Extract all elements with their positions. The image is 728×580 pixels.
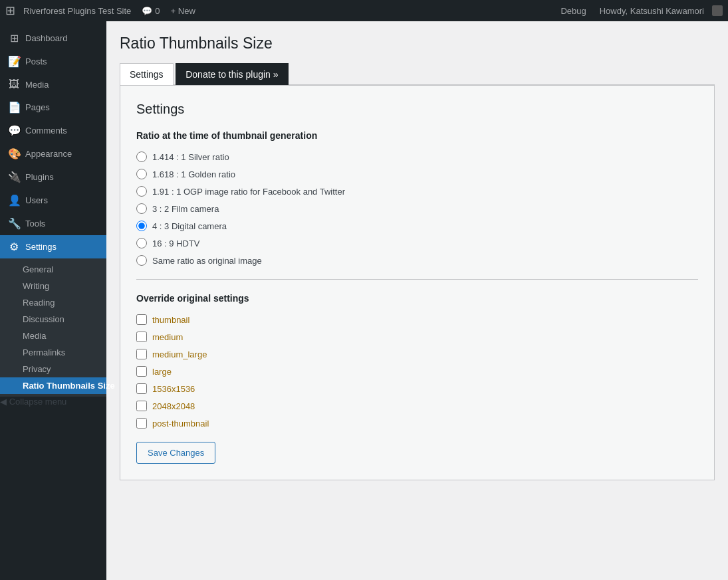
ratio-ogp-radio[interactable]	[136, 186, 147, 197]
override-medium-large-checkbox[interactable]	[136, 349, 147, 359]
settings-heading: Settings	[136, 102, 698, 117]
menu-arrow-icon	[102, 243, 106, 251]
media-icon: 🖼	[8, 78, 20, 90]
tab-settings[interactable]: Settings	[120, 63, 174, 85]
override-thumbnail-option[interactable]: thumbnail	[136, 314, 698, 325]
sidebar-item-users[interactable]: 👤Users	[0, 189, 106, 212]
save-changes-button[interactable]: Save Changes	[136, 442, 215, 464]
override-post-thumbnail-checkbox[interactable]	[136, 418, 147, 429]
sidebar-item-posts[interactable]: 📝Posts	[0, 50, 106, 73]
override-1536-checkbox[interactable]	[136, 383, 147, 394]
sidebar-item-pages[interactable]: 📄Pages	[0, 96, 106, 119]
submenu-ratio-thumbnails[interactable]: Ratio Thumbnails Size	[0, 377, 106, 394]
sidebar-item-settings[interactable]: ⚙ Settings General Writing Reading Discu…	[0, 235, 106, 397]
pages-icon: 📄	[8, 101, 20, 114]
appearance-icon: 🎨	[8, 147, 20, 160]
comments-link[interactable]: 💬 0	[136, 0, 165, 21]
ratio-radio-group: 1.414 : 1 Silver ratio 1.618 : 1 Golden …	[136, 151, 698, 266]
submenu-general[interactable]: General	[0, 261, 106, 278]
tools-icon: 🔧	[8, 217, 20, 230]
section-divider	[136, 279, 698, 280]
plugins-icon: 🔌	[8, 171, 20, 183]
sidebar-item-comments[interactable]: 💬Comments	[0, 119, 106, 142]
tab-donate[interactable]: Donate to this plugin »	[176, 63, 288, 85]
submenu-media[interactable]: Media	[0, 328, 106, 344]
comments-icon: 💬	[8, 124, 20, 137]
new-content-link[interactable]: + New	[166, 0, 201, 21]
override-large-option[interactable]: large	[136, 366, 698, 377]
sidebar-item-plugins[interactable]: 🔌Plugins	[0, 165, 106, 189]
submenu-reading[interactable]: Reading	[0, 294, 106, 311]
sidebar: ⊞Dashboard 📝Posts 🖼Media 📄Pages 💬Comment…	[0, 21, 106, 580]
main-content: Ratio Thumbnails Size Settings Donate to…	[106, 21, 728, 580]
ratio-hdtv-option[interactable]: 16 : 9 HDTV	[136, 238, 698, 248]
wp-logo-icon: ⊞	[5, 3, 15, 18]
ratio-golden-radio[interactable]	[136, 169, 147, 179]
ratio-silver-radio[interactable]	[136, 151, 147, 162]
override-2048-option[interactable]: 2048x2048	[136, 401, 698, 411]
override-checkbox-group: thumbnail medium medium_large large	[136, 314, 698, 429]
submenu-writing[interactable]: Writing	[0, 278, 106, 294]
override-post-thumbnail-option[interactable]: post-thumbnail	[136, 418, 698, 429]
ratio-golden-option[interactable]: 1.618 : 1 Golden ratio	[136, 169, 698, 179]
ratio-film-radio[interactable]	[136, 203, 147, 214]
site-name-link[interactable]: Riverforest Plugins Test Site	[18, 0, 136, 21]
collapse-menu-button[interactable]: ◀ Collapse menu	[0, 397, 106, 407]
ratio-digital-option[interactable]: 4 : 3 Digital camera	[136, 221, 698, 231]
override-large-checkbox[interactable]	[136, 366, 147, 377]
override-medium-checkbox[interactable]	[136, 332, 147, 342]
ratio-digital-radio[interactable]	[136, 221, 147, 231]
submenu-privacy[interactable]: Privacy	[0, 361, 106, 377]
settings-panel: Settings Ratio at the time of thumbnail …	[120, 85, 715, 480]
override-2048-checkbox[interactable]	[136, 401, 147, 411]
comments-icon: 💬	[142, 6, 152, 16]
override-1536-option[interactable]: 1536x1536	[136, 383, 698, 394]
howdy-text: Howdy, Katsushi Kawamori	[594, 6, 709, 16]
collapse-icon: ◀	[0, 397, 7, 407]
ratio-section-heading: Ratio at the time of thumbnail generatio…	[136, 130, 698, 141]
sidebar-item-appearance[interactable]: 🎨Appearance	[0, 142, 106, 165]
page-title: Ratio Thumbnails Size	[120, 35, 715, 52]
ratio-ogp-option[interactable]: 1.91 : 1 OGP image ratio for Facebook an…	[136, 186, 698, 197]
tab-bar: Settings Donate to this plugin »	[120, 63, 715, 85]
comments-count: 0	[155, 6, 160, 16]
posts-icon: 📝	[8, 55, 20, 68]
dashboard-icon: ⊞	[8, 32, 20, 45]
users-icon: 👤	[8, 194, 20, 207]
sidebar-item-dashboard[interactable]: ⊞Dashboard	[0, 27, 106, 50]
ratio-film-option[interactable]: 3 : 2 Film camera	[136, 203, 698, 214]
override-section-heading: Override original settings	[136, 293, 698, 304]
ratio-hdtv-radio[interactable]	[136, 238, 147, 248]
submenu-discussion[interactable]: Discussion	[0, 311, 106, 328]
submenu-permalinks[interactable]: Permalinks	[0, 344, 106, 361]
ratio-original-radio[interactable]	[136, 255, 147, 266]
admin-bar: ⊞ Riverforest Plugins Test Site 💬 0 + Ne…	[0, 0, 728, 21]
override-medium-large-option[interactable]: medium_large	[136, 349, 698, 359]
debug-link[interactable]: Debug	[555, 0, 591, 21]
override-thumbnail-checkbox[interactable]	[136, 314, 147, 325]
settings-icon: ⚙	[8, 241, 20, 253]
ratio-original-option[interactable]: Same ratio as original image	[136, 255, 698, 266]
override-medium-option[interactable]: medium	[136, 332, 698, 342]
sidebar-item-tools[interactable]: 🔧Tools	[0, 212, 106, 235]
ratio-silver-option[interactable]: 1.414 : 1 Silver ratio	[136, 151, 698, 162]
sidebar-item-media[interactable]: 🖼Media	[0, 73, 106, 96]
avatar	[712, 5, 723, 16]
